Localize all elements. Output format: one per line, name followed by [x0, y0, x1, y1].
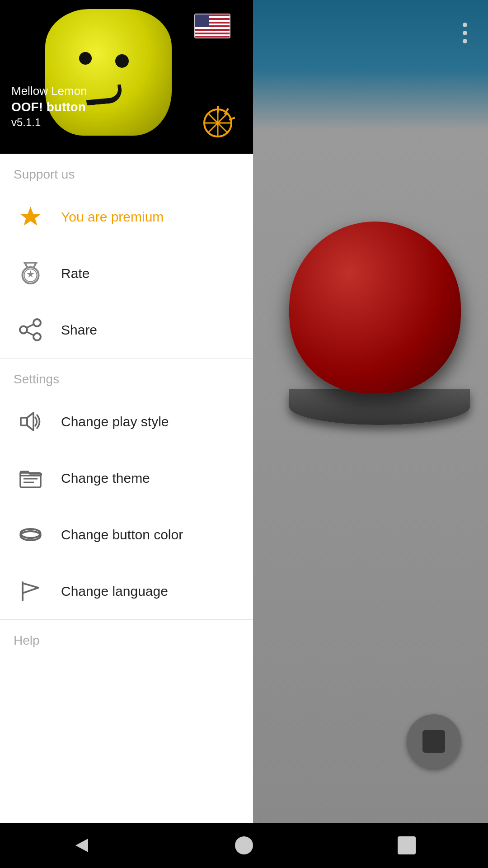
- svg-marker-21: [27, 413, 33, 430]
- language-label: Change language: [61, 584, 168, 599]
- stop-button[interactable]: [407, 714, 461, 769]
- support-section-header: Support us: [0, 154, 253, 189]
- svg-point-16: [20, 326, 27, 334]
- flag-menu-icon: [14, 574, 47, 608]
- menu-item-button-color[interactable]: Change button color: [0, 506, 253, 563]
- overflow-menu-button[interactable]: [455, 14, 474, 52]
- drawer-header: Mellow Lemon OOF! button v5.1.1: [0, 0, 253, 154]
- star-icon: [14, 200, 47, 234]
- settings-section-header: Settings: [0, 359, 253, 393]
- sound-icon: [14, 405, 47, 439]
- theme-icon: [14, 461, 47, 495]
- eye-left: [79, 52, 92, 65]
- app-title: OOF! button: [11, 100, 87, 114]
- menu-item-language[interactable]: Change language: [0, 563, 253, 619]
- app-info: Mellow Lemon OOF! button v5.1.1: [11, 84, 87, 129]
- svg-point-15: [33, 319, 41, 326]
- svg-marker-31: [75, 839, 88, 852]
- color-icon: [14, 518, 47, 552]
- recent-apps-button[interactable]: [389, 827, 425, 863]
- stop-icon: [422, 730, 445, 753]
- rate-label: Rate: [61, 266, 89, 281]
- svg-line-19: [27, 332, 34, 335]
- navigation-drawer: Mellow Lemon OOF! button v5.1.1 Support …: [0, 0, 253, 868]
- medal-icon: [14, 256, 47, 290]
- mouth: [85, 85, 122, 106]
- svg-point-17: [33, 333, 41, 340]
- svg-marker-30: [23, 583, 38, 593]
- app-version: v5.1.1: [11, 116, 87, 129]
- back-button[interactable]: [63, 827, 99, 863]
- menu-item-rate[interactable]: Rate: [0, 245, 253, 302]
- home-button[interactable]: [226, 827, 262, 863]
- red-button-container: [289, 222, 479, 448]
- share-icon: [14, 313, 47, 347]
- menu-item-theme[interactable]: Change theme: [0, 450, 253, 506]
- menu-item-play-style[interactable]: Change play style: [0, 393, 253, 450]
- svg-marker-14: [27, 270, 34, 278]
- menu-item-premium[interactable]: You are premium: [0, 189, 253, 245]
- premium-label: You are premium: [61, 209, 164, 225]
- theme-label: Change theme: [61, 471, 150, 486]
- svg-rect-20: [21, 418, 27, 425]
- help-section-header: Help: [0, 620, 253, 655]
- red-button: [289, 222, 461, 393]
- play-style-label: Change play style: [61, 414, 169, 429]
- eye-right: [115, 54, 129, 68]
- button-color-label: Change button color: [61, 527, 183, 542]
- dot2: [463, 31, 467, 35]
- dot3: [463, 39, 467, 43]
- svg-line-18: [27, 324, 34, 328]
- share-label: Share: [61, 322, 97, 338]
- dot1: [463, 23, 467, 27]
- lemon-icon: [201, 106, 235, 140]
- svg-marker-8: [20, 207, 41, 226]
- menu-item-share[interactable]: Share: [0, 302, 253, 358]
- flag-canton: [195, 14, 209, 27]
- language-flag[interactable]: [194, 14, 230, 38]
- svg-point-32: [235, 836, 253, 854]
- flag-stripes: [195, 14, 230, 38]
- svg-rect-33: [398, 836, 416, 854]
- red-button-base: [289, 389, 470, 425]
- bottom-navigation: [0, 823, 488, 868]
- developer-name: Mellow Lemon: [11, 84, 87, 98]
